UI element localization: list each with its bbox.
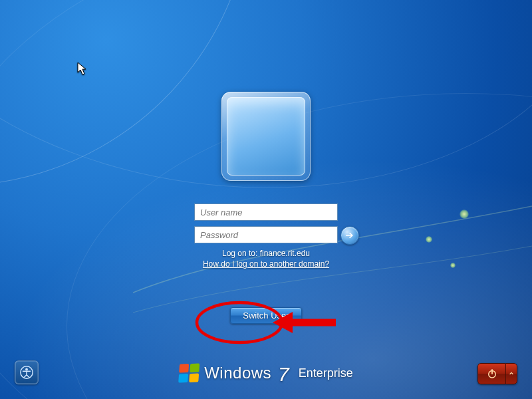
shutdown-button[interactable] (477, 363, 505, 384)
svg-point-4 (25, 368, 28, 370)
branding-word: Windows (204, 364, 271, 382)
arrow-right-icon (344, 230, 355, 241)
branding-version: 7 (278, 363, 289, 386)
power-options-menu-button[interactable] (505, 363, 517, 384)
decorative-leaf (450, 263, 456, 268)
user-avatar (227, 97, 305, 176)
submit-button[interactable] (340, 226, 359, 245)
logon-domain-label: Log on to: finance.rit.edu (166, 249, 366, 258)
power-options (477, 363, 517, 384)
user-avatar-frame (221, 92, 311, 181)
mouse-cursor (77, 62, 88, 79)
decorative-leaf (426, 236, 432, 243)
switch-user-button[interactable]: Switch User (230, 307, 301, 324)
branding-edition: Enterprise (299, 366, 353, 380)
decorative-leaf (460, 209, 469, 219)
chevron-up-icon (509, 371, 514, 376)
password-input[interactable] (194, 226, 338, 243)
username-input[interactable] (194, 203, 338, 221)
ease-of-access-button[interactable] (15, 360, 39, 384)
windows-logo-icon (178, 363, 200, 382)
other-domain-link[interactable]: How do I log on to another domain? (166, 259, 366, 269)
ease-of-access-icon (19, 365, 34, 380)
power-icon (486, 368, 498, 380)
windows-branding: Windows7 Enterprise (179, 362, 353, 384)
